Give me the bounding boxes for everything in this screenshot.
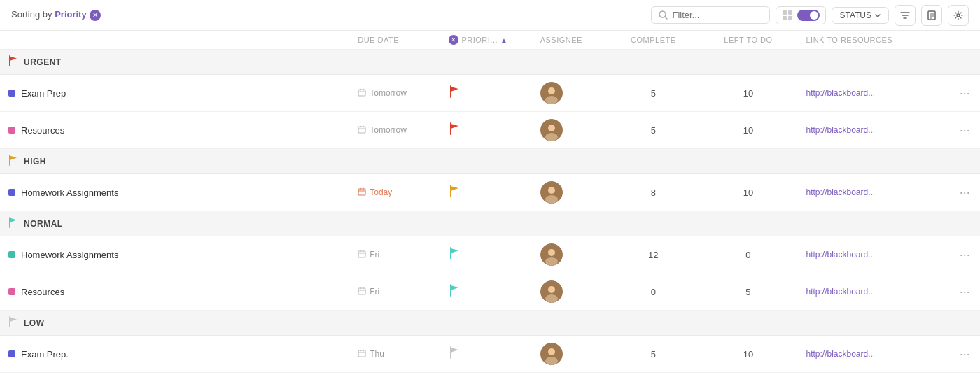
priority-flag-icon: [449, 287, 460, 299]
link-cell[interactable]: http://blackboard...: [797, 336, 949, 373]
table-row[interactable]: Homework Assignments Today: [0, 174, 980, 211]
task-dot: [8, 251, 15, 258]
link-cell[interactable]: http://blackboard...: [797, 273, 949, 311]
assignee-cell: [532, 75, 608, 112]
table-row[interactable]: Exam Prep Tomorrow: [0, 75, 980, 112]
grid-icon: [782, 10, 793, 21]
task-name: Resources: [21, 125, 64, 136]
col-header-resources: LINK TO RESOURCES: [797, 31, 949, 50]
svg-rect-55: [358, 350, 365, 357]
close-sort-button[interactable]: ✕: [90, 10, 101, 21]
col-header-due[interactable]: DUE DATE: [349, 31, 440, 50]
assignee-cell: [532, 112, 608, 149]
status-button[interactable]: STATUS: [832, 7, 889, 24]
more-options-cell[interactable]: ···: [950, 336, 980, 373]
task-dot: [8, 288, 15, 295]
avatar: [540, 119, 563, 141]
col-header-priority[interactable]: ✕ PRIORI... ▲: [440, 31, 531, 50]
left-to-do-cell: 10: [699, 174, 797, 211]
task-name-cell: Homework Assignments: [0, 236, 349, 273]
priority-flag-icon: [449, 187, 460, 199]
priority-flag-icon: [449, 88, 460, 100]
more-options-cell[interactable]: ···: [950, 174, 980, 211]
calendar-icon: [358, 250, 366, 260]
filter-input-container[interactable]: [651, 6, 770, 24]
calendar-icon: [358, 88, 366, 99]
assignee-cell: [532, 236, 608, 273]
task-dot: [8, 189, 15, 196]
table-row[interactable]: Exam Prep. Thu: [0, 336, 980, 373]
tasks-table: DUE DATE ✕ PRIORI... ▲ ASSIGNEE COMPLETE: [0, 31, 980, 373]
due-date-text: Thu: [370, 349, 384, 359]
svg-point-53: [545, 294, 558, 303]
priority-cell: [440, 336, 531, 373]
due-date-text: Tomorrow: [370, 88, 407, 98]
due-date-cell: Fri: [349, 273, 440, 311]
group-row-normal: NORMAL: [0, 211, 980, 236]
link-cell[interactable]: http://blackboard...: [797, 112, 949, 149]
svg-point-18: [548, 87, 555, 94]
col-header-more: [950, 31, 980, 50]
sort-field-link[interactable]: Priority: [55, 9, 87, 20]
avatar: [540, 243, 563, 266]
task-name: Homework Assignments: [21, 250, 118, 260]
svg-point-62: [545, 357, 558, 365]
svg-point-61: [548, 348, 555, 355]
group-label: URGENT: [24, 57, 62, 67]
table-row[interactable]: Resources Fri: [0, 273, 980, 311]
priority-cell: [440, 75, 531, 112]
group-label: HIGH: [24, 157, 46, 166]
group-label: LOW: [24, 318, 45, 328]
priority-flag-icon: [449, 250, 460, 262]
link-cell[interactable]: http://blackboard...: [797, 174, 949, 211]
priority-flag-icon: [449, 349, 460, 361]
filter-icon-button[interactable]: [895, 5, 916, 26]
col-header-complete: COMPLETE: [608, 31, 699, 50]
link-cell[interactable]: http://blackboard...: [797, 236, 949, 273]
more-options-cell[interactable]: ···: [950, 112, 980, 149]
left-to-do-cell: 5: [699, 273, 797, 311]
svg-point-44: [548, 249, 555, 256]
group-flag-icon: [8, 55, 18, 69]
svg-rect-4: [783, 16, 787, 20]
assignee-cell: [532, 336, 608, 373]
more-options-cell[interactable]: ···: [950, 236, 980, 273]
task-dot: [8, 350, 15, 357]
svg-rect-29: [358, 189, 365, 195]
table-row[interactable]: Homework Assignments Fri: [0, 236, 980, 273]
svg-rect-38: [358, 251, 365, 257]
due-date-text: Fri: [370, 287, 379, 297]
svg-rect-5: [788, 16, 792, 20]
svg-point-45: [545, 257, 558, 266]
search-icon: [659, 10, 668, 20]
task-name-cell: Resources: [0, 273, 349, 311]
task-name: Exam Prep.: [21, 349, 69, 360]
gear-icon: [953, 10, 963, 20]
complete-cell: 5: [608, 75, 699, 112]
more-options-cell[interactable]: ···: [950, 273, 980, 311]
priority-cell: [440, 273, 531, 311]
document-icon-button[interactable]: [921, 5, 942, 26]
link-cell[interactable]: http://blackboard...: [797, 75, 949, 112]
toggle-button[interactable]: [776, 6, 826, 24]
table-row[interactable]: Resources Tomorrow: [0, 112, 980, 149]
avatar: [540, 280, 563, 303]
svg-point-26: [548, 125, 555, 131]
due-date-text: Tomorrow: [370, 125, 407, 135]
avatar: [540, 181, 563, 204]
due-date-text: Fri: [370, 250, 379, 259]
more-options-cell[interactable]: ···: [950, 75, 980, 112]
left-to-do-cell: 10: [699, 75, 797, 112]
assignee-cell: [532, 273, 608, 311]
svg-line-1: [665, 17, 667, 19]
column-headers: DUE DATE ✕ PRIORI... ▲ ASSIGNEE COMPLETE: [0, 31, 980, 50]
task-name: Resources: [21, 287, 64, 297]
svg-rect-12: [358, 90, 365, 96]
complete-cell: 8: [608, 174, 699, 211]
filter-text-input[interactable]: [672, 10, 762, 20]
settings-icon-button[interactable]: [948, 5, 969, 26]
sort-prefix-text: Sorting by: [11, 9, 55, 20]
main-table-container: DUE DATE ✕ PRIORI... ▲ ASSIGNEE COMPLETE: [0, 31, 980, 373]
task-name-cell: Exam Prep.: [0, 336, 349, 373]
toggle-pill[interactable]: [797, 10, 820, 21]
